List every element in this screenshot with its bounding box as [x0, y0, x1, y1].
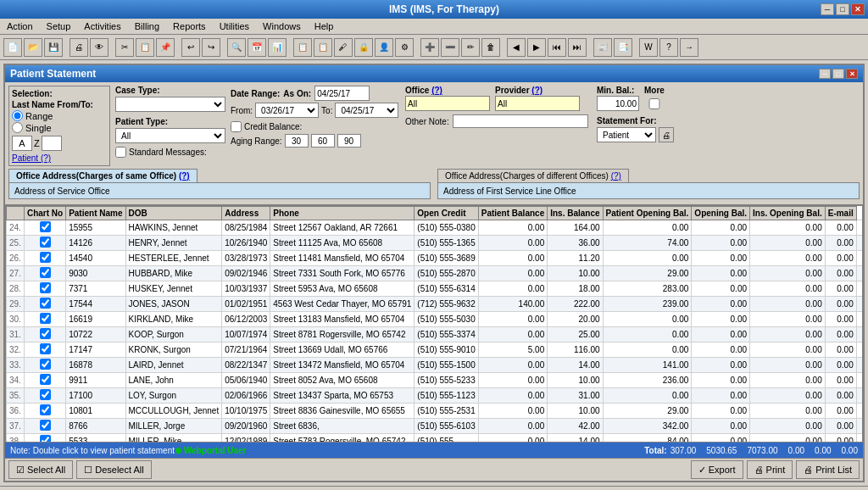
tb-save[interactable]: 💾	[44, 38, 63, 57]
print-button[interactable]: 🖨 Print	[747, 460, 793, 479]
tb-undo[interactable]: ↩	[181, 38, 200, 57]
tb-a2[interactable]: 📋	[314, 38, 332, 57]
col-addr[interactable]: Address	[222, 207, 270, 220]
row-checkbox-cell[interactable]	[24, 251, 65, 266]
menu-windows[interactable]: Windows	[259, 20, 304, 32]
tb-a3[interactable]: 🖋	[334, 38, 353, 57]
statement-for-action[interactable]: 🖨	[659, 127, 674, 142]
tb-chart[interactable]: 📊	[268, 38, 287, 57]
row-checkbox-cell[interactable]	[24, 236, 65, 251]
tb-c2[interactable]: ▶	[527, 38, 546, 57]
tb-find[interactable]: 🔍	[227, 38, 246, 57]
select-all-button[interactable]: ☑ Select All	[8, 460, 73, 479]
row-checkbox[interactable]	[40, 389, 51, 400]
row-checkbox-cell[interactable]	[24, 327, 65, 342]
row-checkbox[interactable]	[40, 221, 51, 232]
row-checkbox[interactable]	[40, 420, 51, 431]
tb-redo[interactable]: ↪	[202, 38, 220, 57]
row-checkbox-cell[interactable]	[24, 373, 65, 388]
min-bal-input[interactable]	[597, 96, 639, 111]
row-checkbox[interactable]	[40, 404, 51, 415]
tb-a4[interactable]: 🔒	[354, 38, 373, 57]
menu-help[interactable]: Help	[311, 20, 337, 32]
row-checkbox[interactable]	[40, 282, 51, 293]
aging-30-input[interactable]	[285, 134, 309, 148]
from-date-select[interactable]: 03/26/17	[255, 103, 319, 118]
tb-new[interactable]: 📄	[3, 38, 22, 57]
col-dob[interactable]: DOB	[125, 207, 222, 220]
table-row[interactable]: 36. 10801 MCCULLOUGH, Jennet 10/10/1975 …	[7, 404, 863, 419]
print-list-button[interactable]: 🖨 Print List	[796, 460, 860, 479]
tb-open[interactable]: 📂	[24, 38, 42, 57]
col-ins-bal[interactable]: Ins. Balance	[548, 207, 603, 220]
table-row[interactable]: 38. 5533 MILLER, Mike 12/02/1989 Street …	[7, 434, 863, 443]
addr-tab-same[interactable]: Office Address(Charges of same Office) (…	[8, 169, 198, 182]
aging-90-input[interactable]	[337, 134, 361, 148]
tb-b1[interactable]: ➕	[420, 38, 439, 57]
table-row[interactable]: 34. 9911 LANE, John 05/06/1940 Street 80…	[7, 373, 863, 388]
tb-d2[interactable]: 📑	[614, 38, 632, 57]
tb-c4[interactable]: ⏭	[568, 38, 587, 57]
single-radio[interactable]	[12, 122, 23, 133]
col-pat-open[interactable]: Patient Opening Bal.	[603, 207, 692, 220]
tb-calendar[interactable]: 📅	[248, 38, 266, 57]
row-checkbox-cell[interactable]	[24, 388, 65, 404]
table-row[interactable]: 30. 16619 KIRKLAND, Mike 06/12/2003 Stre…	[7, 312, 863, 327]
table-row[interactable]: 33. 16878 LAIRD, Jennet 08/22/1347 Stree…	[7, 358, 863, 373]
table-row[interactable]: 28. 7371 HUSKEY, Jennet 10/03/1937 Stree…	[7, 281, 863, 297]
row-checkbox-cell[interactable]	[24, 434, 65, 443]
menu-billing[interactable]: Billing	[131, 20, 163, 32]
more-check[interactable]	[644, 98, 665, 109]
table-row[interactable]: 37. 8766 MILLER, Jorge 09/20/1960 Street…	[7, 419, 863, 434]
table-row[interactable]: 29. 17544 JONES, JASON 01/02/1951 4563 W…	[7, 297, 863, 312]
row-checkbox-cell[interactable]	[24, 358, 65, 373]
row-checkbox[interactable]	[40, 359, 51, 370]
row-checkbox-cell[interactable]	[24, 220, 65, 236]
to-letter-input[interactable]	[42, 136, 62, 151]
win-minimize[interactable]: ─	[819, 69, 831, 79]
row-checkbox[interactable]	[40, 313, 51, 324]
table-row[interactable]: 25. 14126 HENRY, Jennet 10/26/1940 Stree…	[7, 236, 863, 251]
table-row[interactable]: 27. 9030 HUBBARD, Mike 09/02/1946 Street…	[7, 266, 863, 281]
tb-a6[interactable]: ⚙	[395, 38, 414, 57]
tb-a5[interactable]: 👤	[375, 38, 393, 57]
menu-activities[interactable]: Activities	[81, 20, 124, 32]
tb-cut[interactable]: ✂	[115, 38, 134, 57]
row-checkbox-cell[interactable]	[24, 404, 65, 419]
row-checkbox[interactable]	[40, 252, 51, 263]
tb-b2[interactable]: ➖	[441, 38, 459, 57]
standard-messages-check[interactable]	[115, 147, 126, 158]
row-checkbox[interactable]	[40, 237, 51, 248]
aging-60-input[interactable]	[311, 134, 335, 148]
tb-a1[interactable]: 📋	[293, 38, 312, 57]
tb-paste[interactable]: 📌	[156, 38, 175, 57]
row-checkbox[interactable]	[40, 435, 51, 443]
menu-reports[interactable]: Reports	[170, 20, 209, 32]
from-letter-input[interactable]	[12, 136, 32, 151]
row-checkbox-cell[interactable]	[24, 342, 65, 358]
tb-c1[interactable]: ◀	[507, 38, 526, 57]
col-open-credit[interactable]: Open Credit	[415, 207, 478, 220]
case-type-select[interactable]	[115, 97, 225, 112]
tb-d1[interactable]: 📰	[593, 38, 612, 57]
col-chart[interactable]: Chart No	[24, 207, 65, 220]
addr-tab-diff[interactable]: Office Address(Charges of different Offi…	[437, 169, 629, 182]
row-checkbox[interactable]	[40, 267, 51, 278]
tb-copy[interactable]: 📋	[136, 38, 154, 57]
tb-c3[interactable]: ⏮	[548, 38, 566, 57]
table-row[interactable]: 35. 17100 LOY, Surgon 02/06/1966 Street …	[7, 388, 863, 404]
menu-utilities[interactable]: Utilities	[216, 20, 253, 32]
row-checkbox-cell[interactable]	[24, 266, 65, 281]
minimize-button[interactable]: ─	[821, 3, 834, 15]
col-ins-open[interactable]: Ins. Opening Bal.	[750, 207, 826, 220]
tb-e1[interactable]: W	[639, 38, 658, 57]
patient-type-select[interactable]: All	[115, 128, 225, 143]
range-radio[interactable]	[12, 110, 23, 121]
table-row[interactable]: 32. 17147 KRONK, Surgon 07/21/1964 Stree…	[7, 342, 863, 358]
tb-e3[interactable]: →	[680, 38, 698, 57]
col-pat-bal[interactable]: Patient Balance	[478, 207, 547, 220]
row-checkbox[interactable]	[40, 328, 51, 339]
provider-input[interactable]	[495, 96, 580, 111]
table-row[interactable]: 31. 10722 KOOP, Surgon 10/07/1974 Street…	[7, 327, 863, 342]
win-maximize[interactable]: □	[832, 69, 844, 79]
